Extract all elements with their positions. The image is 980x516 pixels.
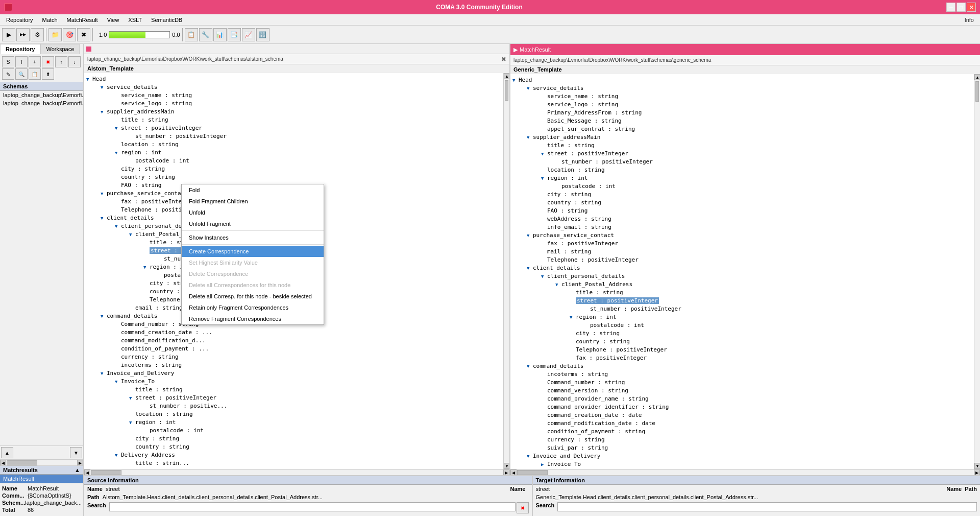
lt-btn-4[interactable]: ✖	[42, 56, 54, 67]
tree-node[interactable]: condition_of_payment : string	[512, 428, 972, 436]
tree-expander[interactable]	[143, 402, 150, 410]
toolbar-btn-8[interactable]: 🔧	[199, 28, 212, 41]
left-hscroll-left[interactable]: ◀	[84, 470, 90, 475]
tree-expander[interactable]	[541, 215, 547, 223]
tree-expander[interactable]	[541, 428, 547, 436]
target-search-input[interactable]	[557, 502, 977, 511]
tree-node[interactable]: title : strin...	[86, 459, 501, 467]
tree-expander[interactable]: ▼	[115, 124, 121, 132]
tree-expander[interactable]	[541, 436, 547, 444]
tree-node[interactable]: service_name : string	[512, 92, 972, 101]
lt-source-btn[interactable]: S	[2, 56, 14, 67]
tree-node[interactable]: ▼service_details	[512, 84, 972, 92]
tree-expander[interactable]	[541, 207, 547, 215]
tree-node[interactable]: service_logo : string	[512, 101, 972, 109]
tree-node[interactable]: ▼supplier_addressMain	[86, 108, 501, 116]
tree-expander[interactable]	[143, 296, 150, 304]
tree-expander[interactable]	[158, 271, 164, 279]
tree-expander[interactable]	[143, 239, 150, 247]
maximize-button[interactable]: □	[957, 3, 966, 12]
tree-expander[interactable]	[129, 157, 135, 165]
tree-expander[interactable]: ▼	[129, 394, 135, 402]
tree-expander[interactable]	[541, 223, 547, 231]
tree-node[interactable]: currency : string	[512, 436, 972, 444]
tree-expander[interactable]	[541, 411, 547, 419]
lt-btn-6[interactable]: ↓	[68, 56, 81, 67]
tree-expander[interactable]	[570, 338, 576, 346]
menu-matchresult[interactable]: MatchResult	[63, 16, 102, 24]
tree-expander[interactable]: ▼	[101, 369, 107, 378]
tree-node[interactable]: st_number : positive...	[86, 402, 501, 410]
tree-expander[interactable]	[555, 158, 561, 166]
tree-expander[interactable]	[129, 410, 135, 418]
tree-expander[interactable]	[143, 288, 150, 296]
tree-node[interactable]: ▼client_personal_details	[512, 272, 972, 280]
tree-expander[interactable]	[129, 132, 135, 140]
tree-node[interactable]: st_number : positiveInteger	[512, 158, 972, 166]
tree-node[interactable]: info_email : string	[512, 223, 972, 231]
tree-expander[interactable]	[570, 297, 576, 305]
tree-node[interactable]: ▼Delivery_Address	[86, 451, 501, 459]
lt-target-btn[interactable]: T	[15, 56, 28, 67]
tree-node[interactable]: command_modification_d...	[86, 337, 501, 345]
schema-scroll-down[interactable]: ▼	[70, 447, 82, 458]
tree-expander[interactable]	[129, 304, 135, 312]
tree-node[interactable]: Telephone : positiveInteger	[512, 256, 972, 264]
schema-scroll-up[interactable]: ▲	[1, 447, 13, 458]
tree-node[interactable]: fax : positiveInteger	[512, 354, 972, 362]
tree-expander[interactable]: ▼	[129, 418, 135, 427]
tree-node[interactable]: country : string	[512, 338, 972, 346]
ctx-unfold-fragment[interactable]: Unfold Fragment	[182, 218, 324, 229]
tree-expander[interactable]	[570, 354, 576, 362]
tree-expander[interactable]	[158, 255, 164, 263]
tree-node[interactable]: ▼client_Postal_Address	[512, 280, 972, 289]
tree-node[interactable]: postalcode : int	[512, 182, 972, 191]
tree-node[interactable]: ▼Invoice_and_Delivery	[512, 452, 972, 460]
tree-node[interactable]: suivi_par : string	[512, 444, 972, 452]
schema-item-1[interactable]: laptop_change_backup\Evmorfi...	[0, 91, 83, 99]
tree-node[interactable]: command_creation_date : ...	[86, 329, 501, 337]
tree-expander[interactable]	[541, 109, 547, 117]
tree-expander[interactable]	[570, 289, 576, 297]
tree-node[interactable]: ▼service_details	[86, 83, 501, 91]
tree-expander[interactable]: ▼	[101, 83, 107, 91]
tree-node[interactable]: ▼Head	[512, 76, 972, 84]
tree-expander[interactable]	[143, 279, 150, 288]
tree-expander[interactable]	[115, 206, 121, 214]
tree-expander[interactable]	[115, 100, 121, 108]
tab-repository[interactable]: Repository	[0, 44, 40, 54]
tree-expander[interactable]: ▼	[570, 313, 576, 321]
tree-expander[interactable]	[541, 403, 547, 411]
tree-expander[interactable]	[115, 116, 121, 124]
tree-expander[interactable]	[541, 166, 547, 174]
tree-expander[interactable]	[541, 191, 547, 199]
tree-node[interactable]: street : positiveInteger	[512, 297, 972, 305]
tree-node[interactable]: ▼region : int	[512, 313, 972, 321]
source-search-input[interactable]	[109, 502, 516, 511]
ctx-unfold[interactable]: Unfold	[182, 207, 324, 218]
tree-expander[interactable]	[584, 321, 590, 330]
toolbar-btn-7[interactable]: 📋	[185, 28, 198, 41]
tree-expander[interactable]: ▼	[527, 231, 533, 240]
tree-node[interactable]: postalcode : int	[512, 321, 972, 330]
ctx-fold[interactable]: Fold	[182, 184, 324, 196]
toolbar-btn-3[interactable]: ⚙	[31, 28, 44, 41]
tree-node[interactable]: service_name : string	[86, 91, 501, 100]
tree-expander[interactable]: ▼	[527, 84, 533, 92]
minimize-button[interactable]: ─	[946, 3, 955, 12]
tree-node[interactable]: ▼street : positiveInteger	[512, 150, 972, 158]
tree-expander[interactable]: ▶	[541, 460, 547, 468]
tree-node[interactable]: service_logo : string	[86, 100, 501, 108]
lt-btn-3[interactable]: +	[29, 56, 41, 67]
matchresult-list-item[interactable]: MatchResult	[0, 475, 83, 483]
left-hscroll-right[interactable]: ▶	[503, 470, 509, 475]
left-vscroll-up[interactable]: ▲	[504, 73, 509, 79]
tree-node[interactable]: Primary_AddressFrom : string	[512, 109, 972, 117]
menu-view[interactable]: View	[103, 16, 124, 24]
tree-node[interactable]: appel_sur_contrat : string	[512, 125, 972, 133]
tree-expander[interactable]	[570, 330, 576, 338]
tree-node[interactable]: title : string	[86, 386, 501, 394]
tree-node[interactable]: st_number : positiveInteger	[86, 132, 501, 140]
right-hscroll-thumb[interactable]	[517, 470, 548, 475]
tree-expander[interactable]	[115, 181, 121, 190]
